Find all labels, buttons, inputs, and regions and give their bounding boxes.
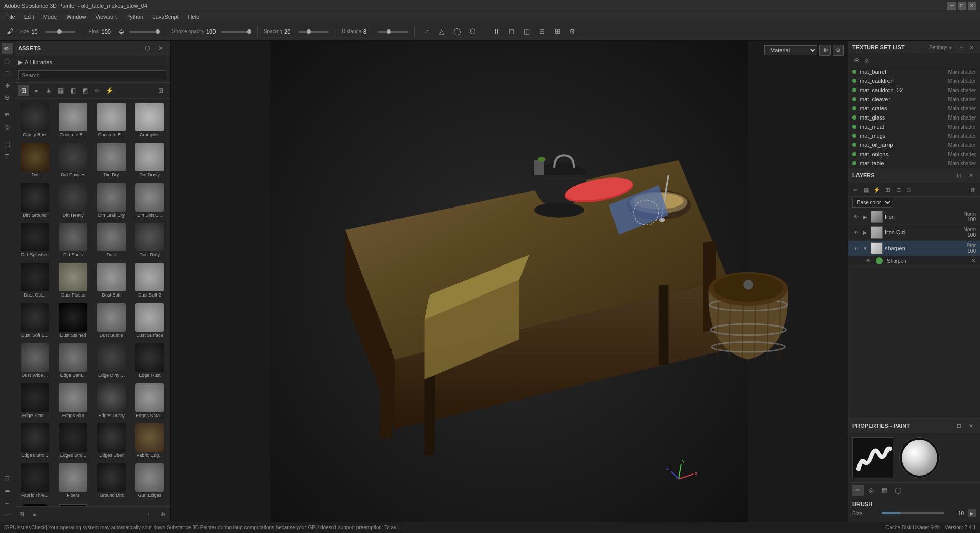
layer-visibility-toggle[interactable]: 👁 (865, 257, 872, 264)
flow-icon[interactable]: ⬙ (116, 26, 127, 37)
paint-tool-btn[interactable]: ✏ (2, 43, 13, 54)
list-item[interactable]: Edges Scra... (131, 381, 168, 421)
smudge-tool-btn[interactable]: ≋ (2, 109, 13, 120)
list-item[interactable]: Gun Edges (131, 461, 168, 500)
list-item[interactable]: Dirt (16, 141, 53, 180)
list-item[interactable]: Dust Wide ... (16, 341, 53, 380)
select-tool-btn[interactable]: □ (2, 67, 13, 78)
table-row[interactable]: 👁 ▶ Iron Norm 100 (848, 209, 980, 225)
list-item[interactable]: mat_barrel Main shader (848, 67, 980, 76)
env-btn[interactable]: ☁ (2, 484, 13, 495)
play-pause-btn[interactable]: ⏸ (491, 26, 502, 37)
props-close-btn[interactable]: ✕ (966, 421, 976, 431)
measure-tool-btn[interactable]: ⬚ (2, 138, 13, 150)
list-item[interactable]: Ground Dirt (93, 461, 130, 500)
list-item[interactable]: Fabric Edg... (131, 421, 168, 460)
spacing-slider[interactable] (298, 31, 329, 33)
list-item[interactable]: Edge Dirty ... (93, 341, 130, 380)
stroke-type-2-btn[interactable]: △ (436, 26, 447, 37)
list-item[interactable]: Edges Uber (93, 421, 130, 460)
eraser-tool-btn[interactable]: ◌ (2, 55, 13, 66)
list-item[interactable]: Edge Rust (131, 341, 168, 380)
assets-header-controls[interactable]: ⬡ ✕ (142, 43, 166, 54)
list-item[interactable]: Edge Ston... (16, 381, 53, 421)
list-item[interactable]: Concrete E... (93, 101, 130, 140)
list-item[interactable]: Dirt Splashes (16, 221, 53, 260)
list-item[interactable]: mat_cauldron_02 Main shader (848, 85, 980, 95)
list-item[interactable]: Dust Soft E... (16, 301, 53, 340)
vp-settings-btn[interactable]: ⚙ (833, 45, 844, 56)
layer-expand-btn[interactable]: ▶ (862, 229, 869, 236)
blur-tool-btn[interactable]: ◎ (2, 121, 13, 132)
distance-slider[interactable] (378, 31, 408, 33)
assets-filter-btn[interactable]: ◧ (67, 85, 78, 96)
list-item[interactable]: Dust Ocl... (16, 261, 53, 300)
assets-close-btn[interactable]: ✕ (155, 43, 166, 54)
props-paint-btn[interactable]: ✏ (852, 485, 864, 496)
list-item[interactable]: mat_mugs Main shader (848, 131, 980, 140)
assets-alpha-btn[interactable]: ◈ (43, 85, 54, 96)
add-layer-btn[interactable]: ✏ (850, 185, 861, 195)
extra-btn[interactable]: ⋯ (2, 509, 13, 520)
list-item[interactable]: mat_cleaver Main shader (848, 95, 980, 104)
settings-label[interactable]: Settings ▾ (927, 43, 954, 52)
flow-slider[interactable] (129, 31, 160, 33)
table-row[interactable]: 👁 ▶ Iron Old Norm 100 (848, 225, 980, 241)
stroke-opacity-slider[interactable] (221, 31, 251, 33)
maximize-button[interactable]: □ (958, 2, 966, 10)
table-row[interactable]: 👁 Sharpen ✕ (848, 256, 980, 266)
layers-close-btn[interactable]: ✕ (966, 170, 976, 181)
assets-bottom-btn-1[interactable]: ⊞ (16, 509, 27, 520)
assets-generator-btn[interactable]: ⚡ (104, 85, 115, 96)
table-row[interactable]: 👁 ▼ sharpen Pthr 100 (848, 241, 980, 256)
list-item[interactable]: mat_oil_lamp Main shader (848, 140, 980, 150)
list-item[interactable]: Dust Soft 2 (131, 261, 168, 300)
list-item[interactable]: mat_cauldron Main shader (848, 76, 980, 85)
assets-expand-btn[interactable]: ⬡ (142, 43, 153, 54)
duplicate-btn[interactable]: ⊟ (893, 185, 903, 195)
stroke-type-1-btn[interactable]: ⟋ (421, 26, 432, 37)
add-fill-btn[interactable]: ▦ (861, 185, 871, 195)
ts-eye-btn[interactable]: 👁 (852, 56, 862, 65)
list-item[interactable]: Dint Heavy (16, 501, 53, 506)
window-controls[interactable]: ─ □ ✕ (947, 2, 976, 10)
blend-mode-select[interactable]: Base color Normal Multiply (852, 198, 892, 208)
group-btn[interactable]: □ (904, 185, 914, 195)
list-item[interactable]: Dirt Cavities (54, 141, 91, 180)
list-item[interactable]: Dirt Soft E... (131, 181, 168, 220)
list-item[interactable]: mat_glass Main shader (848, 113, 980, 122)
list-item[interactable]: Dust Dirty (131, 221, 168, 260)
camera-btn[interactable]: ⊡ (2, 472, 13, 483)
size-slider[interactable] (45, 31, 76, 33)
search-input[interactable] (18, 70, 166, 80)
layer-visibility-toggle[interactable]: 👁 (852, 245, 860, 252)
brush-size-increment[interactable]: ▶ (968, 509, 976, 517)
list-item[interactable]: Dirt Leak Dry (93, 181, 130, 220)
delete-layer-btn[interactable]: 🗑 (968, 185, 978, 195)
list-item[interactable]: mat_meat Main shader (848, 122, 980, 131)
list-item[interactable]: Concrete E... (54, 101, 91, 140)
list-item[interactable]: Dust Subtle (93, 301, 130, 340)
view-btn-2[interactable]: ⊟ (536, 26, 547, 37)
settings-btn[interactable]: ⚙ (567, 26, 578, 37)
ts-close-btn[interactable]: ✕ (967, 43, 976, 52)
list-item[interactable]: Dirt Ground (16, 181, 53, 220)
list-item[interactable]: Dust Plastic (54, 261, 91, 300)
list-item[interactable]: Edges Stro... (16, 421, 53, 460)
view-btn-1[interactable]: ◫ (521, 26, 532, 37)
props-color-btn[interactable]: ◯ (892, 485, 903, 496)
list-item[interactable]: Fabric Thre... (16, 461, 53, 500)
props-pin-btn[interactable]: ⊡ (954, 421, 964, 431)
assets-tex-btn[interactable]: ▦ (55, 85, 66, 96)
list-item[interactable]: Dust (93, 221, 130, 260)
menu-javascript[interactable]: JavaScript (148, 13, 182, 21)
assets-bottom-btn-3[interactable]: □ (145, 509, 156, 520)
stroke-type-4-btn[interactable]: ⬡ (467, 26, 478, 37)
assets-all-btn[interactable]: ⊞ (18, 85, 29, 96)
clone-tool-btn[interactable]: ⊕ (2, 92, 13, 103)
layers-left-btn[interactable]: ≡ (2, 496, 13, 508)
list-item[interactable]: Cavity Rust (16, 101, 53, 140)
assets-bottom-btn-2[interactable]: ≡ (28, 509, 40, 520)
menu-mode[interactable]: Mode (39, 13, 62, 21)
menu-edit[interactable]: Edit (20, 13, 38, 21)
